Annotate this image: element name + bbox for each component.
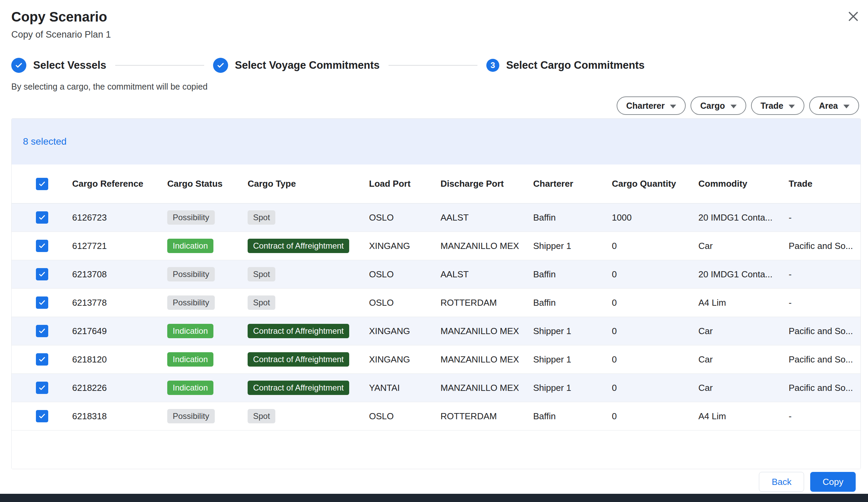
load-port-cell: XINGANG bbox=[369, 241, 441, 251]
cargo-status-cell: Possibility bbox=[167, 210, 248, 225]
row-checkbox[interactable] bbox=[36, 296, 48, 309]
step-complete-check-icon bbox=[11, 58, 26, 73]
column-header: Cargo Status bbox=[167, 178, 248, 190]
charterer-cell: Shipper 1 bbox=[533, 354, 612, 365]
charterer-cell: Baffin bbox=[533, 212, 612, 223]
step-label: Select Voyage Commitments bbox=[235, 59, 380, 72]
trade-cell: Pacific and So... bbox=[789, 383, 861, 393]
back-button[interactable]: Back bbox=[759, 472, 804, 492]
copy-button[interactable]: Copy bbox=[810, 472, 856, 492]
commodity-cell: 20 IMDG1 Conta... bbox=[699, 269, 789, 280]
select-all-checkbox[interactable] bbox=[36, 178, 48, 190]
row-checkbox-cell bbox=[12, 268, 72, 280]
cargo-status-badge: Possibility bbox=[167, 295, 215, 310]
row-checkbox[interactable] bbox=[36, 268, 48, 280]
row-checkbox[interactable] bbox=[36, 353, 48, 366]
filter-label: Cargo bbox=[700, 101, 725, 111]
table-body: 6126723 Possibility Spot OSLO AALST Baff… bbox=[12, 203, 860, 430]
step-label: Select Cargo Commitments bbox=[506, 59, 645, 72]
cargo-status-badge: Possibility bbox=[167, 267, 215, 282]
step-number-badge: 3 bbox=[486, 59, 499, 72]
load-port-cell: XINGANG bbox=[369, 326, 441, 336]
cargo-reference-cell: 6127721 bbox=[72, 241, 167, 251]
cargo-reference-cell: 6218318 bbox=[72, 411, 167, 422]
cargo-reference-cell: 6217649 bbox=[72, 326, 167, 336]
row-checkbox[interactable] bbox=[36, 325, 48, 337]
cargo-status-cell: Indication bbox=[167, 324, 248, 338]
cargo-type-cell: Contract of Affreightment bbox=[248, 380, 369, 395]
load-port-cell: OSLO bbox=[369, 297, 441, 308]
cargo-quantity-cell: 0 bbox=[612, 269, 699, 280]
cargo-type-cell: Contract of Affreightment bbox=[248, 324, 369, 338]
cargo-status-badge: Possibility bbox=[167, 210, 215, 225]
cargo-reference-cell: 6213778 bbox=[72, 297, 167, 308]
step-select-vessels[interactable]: Select Vessels bbox=[11, 58, 106, 73]
selected-count: 8 selected bbox=[23, 136, 67, 147]
filter-area-dropdown[interactable]: Area bbox=[809, 96, 859, 115]
table-row: 6218318 Possibility Spot OSLO ROTTERDAM … bbox=[12, 402, 860, 430]
commodity-cell: Car bbox=[699, 241, 789, 251]
cargo-status-cell: Indication bbox=[167, 380, 248, 395]
table-header-row: Cargo ReferenceCargo StatusCargo TypeLoa… bbox=[12, 165, 860, 203]
select-all-cell bbox=[12, 178, 72, 190]
load-port-cell: OSLO bbox=[369, 269, 441, 280]
step-connector bbox=[115, 65, 204, 66]
trade-cell: - bbox=[789, 411, 861, 422]
cargo-status-cell: Possibility bbox=[167, 409, 248, 424]
column-header: Cargo Type bbox=[248, 178, 369, 190]
helper-text: By selecting a cargo, the commitment wil… bbox=[11, 82, 857, 92]
row-checkbox[interactable] bbox=[36, 410, 48, 422]
row-checkbox-cell bbox=[12, 410, 72, 422]
dialog-footer: Back Copy bbox=[759, 472, 856, 492]
row-checkbox[interactable] bbox=[36, 211, 48, 224]
column-header: Trade bbox=[789, 178, 861, 190]
commodity-cell: A4 Lim bbox=[699, 297, 789, 308]
filter-charterer-dropdown[interactable]: Charterer bbox=[617, 96, 686, 115]
column-header: Cargo Quantity bbox=[612, 178, 699, 190]
cargo-type-cell: Spot bbox=[248, 409, 369, 424]
cargo-reference-cell: 6218226 bbox=[72, 383, 167, 393]
load-port-cell: OSLO bbox=[369, 212, 441, 223]
trade-cell: - bbox=[789, 212, 861, 223]
commodity-cell: Car bbox=[699, 354, 789, 365]
cargo-quantity-cell: 0 bbox=[612, 411, 699, 422]
cargo-quantity-cell: 0 bbox=[612, 383, 699, 393]
cargo-status-badge: Indication bbox=[167, 239, 214, 253]
step-select-cargo-commitments[interactable]: 3 Select Cargo Commitments bbox=[486, 59, 645, 72]
row-checkbox[interactable] bbox=[36, 240, 48, 252]
cargo-status-badge: Indication bbox=[167, 352, 214, 367]
table-empty-space bbox=[12, 430, 860, 469]
close-button[interactable] bbox=[845, 9, 861, 25]
cargo-type-badge: Spot bbox=[248, 409, 275, 424]
filter-label: Charterer bbox=[626, 101, 665, 111]
table-row: 6213708 Possibility Spot OSLO AALST Baff… bbox=[12, 260, 860, 289]
table-row: 6217649 Indication Contract of Affreight… bbox=[12, 317, 860, 345]
row-checkbox-cell bbox=[12, 296, 72, 309]
cargo-type-badge: Contract of Affreightment bbox=[248, 352, 349, 367]
trade-cell: Pacific and So... bbox=[789, 241, 861, 251]
row-checkbox-cell bbox=[12, 325, 72, 337]
dialog-subtitle: Copy of Scenario Plan 1 bbox=[11, 29, 854, 40]
load-port-cell: YANTAI bbox=[369, 383, 441, 393]
cargo-status-cell: Indication bbox=[167, 352, 248, 367]
filter-cargo-dropdown[interactable]: Cargo bbox=[691, 96, 746, 115]
cargo-type-badge: Contract of Affreightment bbox=[248, 380, 349, 395]
row-checkbox[interactable] bbox=[36, 381, 48, 394]
trade-cell: - bbox=[789, 297, 861, 308]
cargo-type-badge: Spot bbox=[248, 295, 275, 310]
cargo-quantity-cell: 0 bbox=[612, 297, 699, 308]
selection-summary-band: 8 selected bbox=[12, 119, 860, 165]
row-checkbox-cell bbox=[12, 353, 72, 366]
app-bottom-bar bbox=[0, 494, 868, 502]
trade-cell: Pacific and So... bbox=[789, 354, 861, 365]
cargo-type-cell: Contract of Affreightment bbox=[248, 352, 369, 367]
filter-trade-dropdown[interactable]: Trade bbox=[751, 96, 805, 115]
cargo-quantity-cell: 0 bbox=[612, 354, 699, 365]
discharge-port-cell: ROTTERDAM bbox=[441, 411, 533, 422]
cargo-type-badge: Contract of Affreightment bbox=[248, 239, 349, 253]
cargo-status-cell: Indication bbox=[167, 239, 248, 253]
discharge-port-cell: MANZANILLO MEX bbox=[441, 354, 533, 365]
step-select-voyage-commitments[interactable]: Select Voyage Commitments bbox=[213, 58, 380, 73]
step-connector bbox=[389, 65, 477, 66]
chevron-down-icon bbox=[844, 105, 849, 108]
